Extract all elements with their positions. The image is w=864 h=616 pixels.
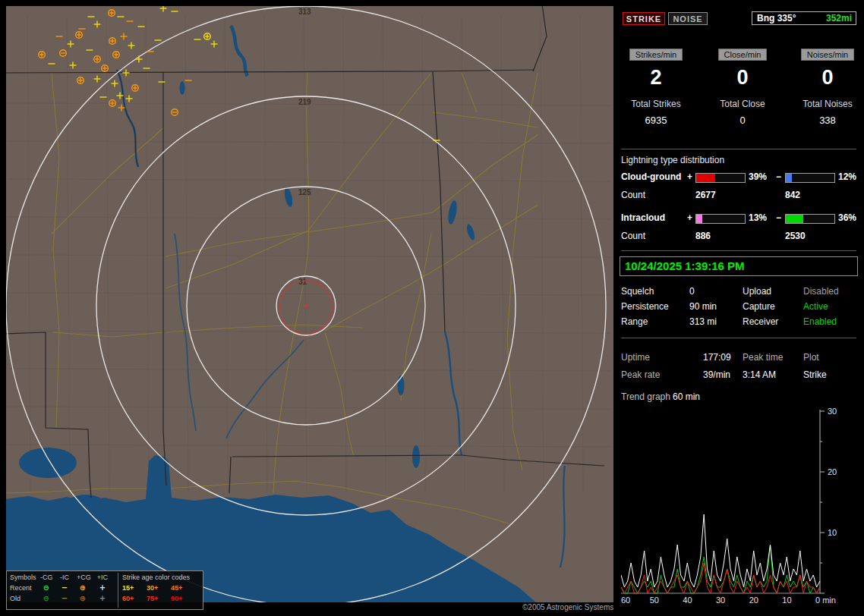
plus-sign: + <box>687 212 692 223</box>
cg-neg-symbol-icon: ⊖ <box>40 583 52 592</box>
ic-negative-bar <box>785 214 835 224</box>
peak-time-value: 3:14 AM <box>743 369 776 380</box>
receiver-label: Receiver <box>743 316 778 327</box>
total-noises-value: 338 <box>791 115 864 126</box>
bearing-value: Bng 335° <box>757 12 796 24</box>
noises-per-min-button[interactable]: Noises/min <box>801 49 854 61</box>
cg-negative-count: 842 <box>785 190 800 200</box>
cloud-ground-row: Cloud-ground + 39% − 12% <box>620 171 859 184</box>
legend-age-title: Strike age color codes <box>122 574 190 581</box>
age-badge: 30+ <box>147 584 158 592</box>
capture-label: Capture <box>743 301 775 312</box>
ic-neg-symbol-icon: − <box>58 583 71 592</box>
upload-status: Disabled <box>803 286 839 297</box>
distribution-title: Lightning type distribution <box>621 155 724 165</box>
intracloud-row: Intracloud + 13% − 36% <box>620 212 859 225</box>
datetime-box: 10/24/2025 1:39:16 PM <box>620 256 858 276</box>
uptime-value: 177:09 <box>703 352 731 363</box>
range-value: 313 mi <box>689 316 717 327</box>
cg-pos-symbol-icon: ⊕ <box>77 583 89 592</box>
persistence-label: Persistence <box>621 301 669 312</box>
svg-text:20: 20 <box>749 596 758 605</box>
ic-negative-bar-fill <box>786 215 803 223</box>
range-label: Range <box>621 316 648 327</box>
count-label: Count <box>621 190 645 200</box>
map-canvas[interactable]: 31321912531 <box>6 6 613 602</box>
close-per-min-value: 0 <box>706 66 779 90</box>
legend-row-label: Recent <box>10 584 32 592</box>
legend-divider <box>118 573 118 608</box>
total-strikes-label: Total Strikes <box>620 99 692 109</box>
age-badge: 75+ <box>147 595 158 602</box>
strike-indicator-button[interactable]: STRIKE <box>623 12 665 25</box>
ic-pos-symbol-icon: + <box>96 594 109 602</box>
total-noises: Total Noises 338 <box>791 99 864 126</box>
cloud-ground-counts: Count 2677 842 <box>620 190 859 202</box>
total-close-label: Total Close <box>706 99 779 109</box>
ic-positive-bar-fill <box>696 215 702 223</box>
age-badge: 90+ <box>171 595 182 602</box>
ic-neg-symbol-icon: − <box>58 594 71 602</box>
total-strikes-value: 6935 <box>620 115 692 126</box>
datetime-value: 10/24/2025 1:39:16 PM <box>625 259 745 272</box>
age-badge: 15+ <box>122 584 134 592</box>
uptime-label: Uptime <box>621 352 650 363</box>
strikes-per-min: Strikes/min 2 <box>620 49 692 90</box>
plot-value: Strike <box>803 369 827 380</box>
ic-positive-pct: 13% <box>749 212 767 223</box>
squelch-value: 0 <box>689 286 695 297</box>
trend-graph: 3020106050403020100 min <box>621 408 855 608</box>
count-label: Count <box>621 231 645 241</box>
plus-sign: + <box>687 171 692 182</box>
cloud-ground-label: Cloud-ground <box>621 171 681 182</box>
ic-pos-symbol-icon: + <box>96 583 109 592</box>
total-close-value: 0 <box>706 115 779 126</box>
separator <box>621 149 856 149</box>
total-strikes: Total Strikes 6935 <box>620 99 692 126</box>
svg-text:219: 219 <box>298 98 311 106</box>
legend-col-label: +IC <box>96 574 109 581</box>
intracloud-counts: Count 886 2530 <box>620 231 859 243</box>
cg-negative-bar <box>785 173 835 183</box>
distance-value: 352mi <box>826 12 852 24</box>
svg-text:313: 313 <box>298 8 311 16</box>
separator <box>621 338 856 338</box>
noises-per-min: Noises/min 0 <box>791 49 864 90</box>
total-close: Total Close 0 <box>706 99 779 126</box>
trend-graph-header: Trend graph 60 min <box>621 391 670 402</box>
noises-per-min-value: 0 <box>791 66 864 90</box>
upload-label: Upload <box>743 286 771 297</box>
ic-positive-count: 886 <box>695 231 711 241</box>
settings-row: Persistence 90 min Capture Active <box>620 301 859 315</box>
capture-status: Active <box>803 301 828 312</box>
trend-window-value: 60 min <box>673 391 700 402</box>
legend-symbols-title: Symbols <box>10 574 36 581</box>
legend-col-label: -IC <box>58 574 71 581</box>
settings-row: Squelch 0 Upload Disabled <box>620 286 859 300</box>
svg-text:20: 20 <box>828 467 837 476</box>
legend-row-label: Old <box>10 595 20 602</box>
trend-graph-label: Trend graph <box>621 391 670 402</box>
minus-sign: − <box>776 171 781 182</box>
persistence-value: 90 min <box>689 301 717 312</box>
noise-indicator-button[interactable]: NOISE <box>668 12 708 25</box>
svg-text:125: 125 <box>298 188 311 196</box>
peak-rate-label: Peak rate <box>621 369 660 380</box>
status-panel: STRIKE NOISE Bng 335° 352mi Strikes/min … <box>620 6 859 610</box>
minus-sign: − <box>776 212 781 223</box>
legend-col-label: -CG <box>40 574 52 581</box>
intracloud-label: Intracloud <box>621 212 665 223</box>
separator <box>621 250 856 251</box>
legend-col-label: +CG <box>77 574 89 581</box>
cg-positive-bar-fill <box>696 174 715 182</box>
strikes-per-min-value: 2 <box>620 66 692 90</box>
cg-positive-pct: 39% <box>749 171 767 182</box>
close-per-min-button[interactable]: Close/min <box>718 49 768 61</box>
stats-row: Uptime 177:09 Peak time Plot <box>620 352 859 366</box>
strikes-per-min-button[interactable]: Strikes/min <box>629 49 683 61</box>
cg-negative-bar-fill <box>786 174 792 182</box>
svg-text:0 min: 0 min <box>815 596 836 605</box>
plot-label: Plot <box>803 352 819 363</box>
stats-row: Peak rate 39/min 3:14 AM Strike <box>620 369 859 383</box>
peak-time-label: Peak time <box>743 352 783 363</box>
